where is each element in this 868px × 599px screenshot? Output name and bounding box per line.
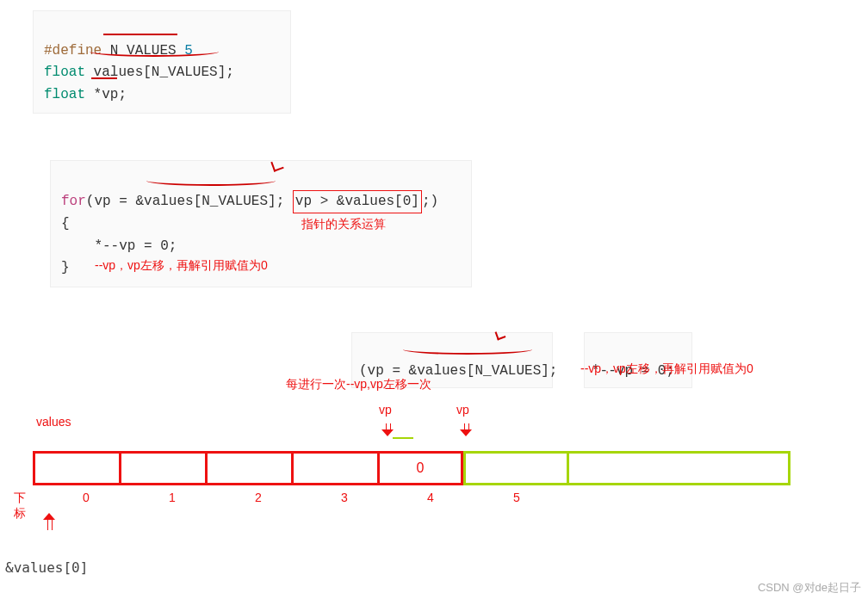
anno-decr-vp-1: --vp，vp左移，再解引用赋值为0: [95, 258, 268, 274]
anno-relational: 指针的关系运算: [301, 217, 386, 232]
tok-float1: float: [44, 65, 85, 80]
vp-label-a: vp: [379, 403, 392, 417]
idx-5: 5: [513, 491, 520, 504]
idx-4: 4: [427, 491, 434, 504]
values-label: values: [36, 415, 71, 429]
snippet1-text: (vp = &values[N_VALUES];: [359, 363, 557, 379]
tok-body: *--vp = 0;: [61, 238, 177, 254]
idx-2: 2: [255, 491, 262, 504]
tok-brace-close: }: [61, 260, 70, 275]
cell-5: [463, 451, 567, 485]
code-snippet-deref: *--vp = 0;: [584, 332, 692, 388]
tok-brace-open: {: [61, 216, 70, 232]
index-label: 下标: [14, 491, 33, 522]
vp-label-b: vp: [456, 403, 469, 417]
anno-each-iter: 每进行一次--vp,vp左移一次: [286, 377, 431, 392]
array-cells: 0: [33, 451, 790, 485]
anno-decr-vp-2: --vp，vp左移，再解引用赋值为0: [580, 361, 753, 377]
cell-extra: [567, 451, 790, 485]
cell-0: [33, 451, 119, 485]
cell-4: 0: [377, 451, 463, 485]
tok-for-part1: (vp = &values[N_VALUES];: [86, 194, 293, 209]
idx-0: 0: [83, 491, 90, 504]
underline-nvalues: [103, 34, 177, 35]
cell-3: [291, 451, 377, 485]
tok-for-part2: ;): [422, 194, 438, 209]
arrow-vp-b: [460, 423, 472, 435]
code-block-define: #define N_VALUES 5 float values[N_VALUES…: [33, 10, 291, 114]
arrow-vp-a: [381, 423, 394, 435]
underline-star-vp: [91, 77, 117, 79]
idx-1: 1: [169, 491, 176, 504]
cell-1: [119, 451, 205, 485]
cell-2: [205, 451, 291, 485]
condition-box: vp > &values[0]: [293, 190, 422, 214]
arrow-addr0: [43, 513, 55, 530]
idx-3: 3: [341, 491, 348, 504]
tok-for: for: [61, 194, 86, 209]
green-tick: [393, 437, 413, 439]
watermark: CSDN @对de起日子: [758, 580, 861, 596]
addr0-label: &values[0]: [5, 559, 88, 576]
tok-define: #define: [44, 43, 102, 59]
tok-vp-decl: *vp;: [85, 87, 127, 102]
tok-float2: float: [44, 87, 85, 102]
